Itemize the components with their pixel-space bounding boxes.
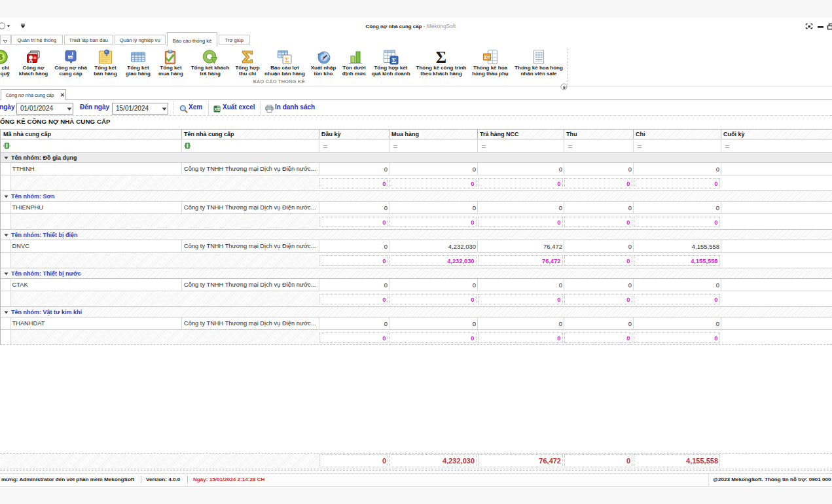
svg-text:Σ: Σ	[392, 57, 397, 64]
svg-text:Σ: Σ	[285, 56, 289, 63]
svg-text:Σ=: Σ=	[484, 54, 490, 60]
svg-text:Σ: Σ	[436, 49, 446, 65]
svg-text:$: $	[0, 53, 3, 61]
